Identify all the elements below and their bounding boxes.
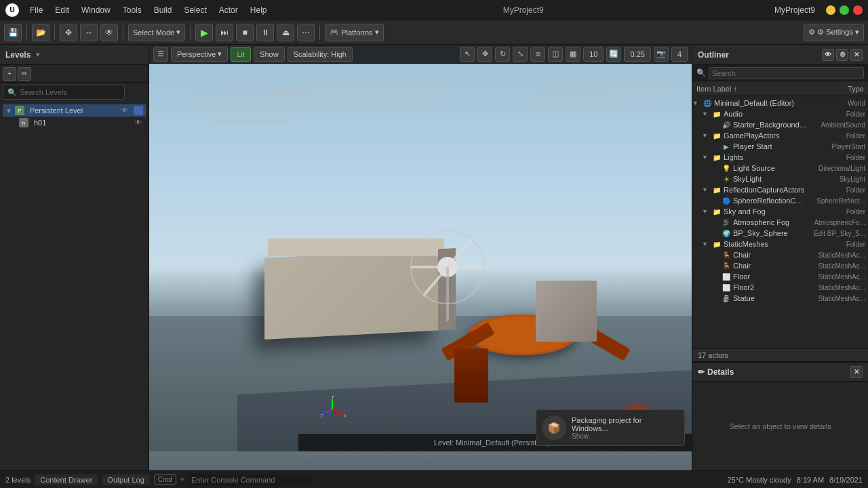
menu-select[interactable]: Select [178,4,212,16]
console-input[interactable] [189,474,311,486]
save-button[interactable]: 💾 [4,24,22,41]
tree-node-type: SkyLight [807,176,868,183]
stop-button[interactable]: ■ [236,24,254,41]
window-title: MyProject9 [503,5,544,15]
tree-item[interactable]: ▼ 📁 ReflectionCaptureActors Folder [692,184,868,195]
outliner-controls: 👁 ⚙ ✕ [822,49,863,61]
menu-window[interactable]: Window [76,4,116,16]
tree-node-icon: 📁 [711,109,722,119]
translate-button[interactable]: ✥ [477,47,492,62]
project-name: MyProject9 [774,5,815,15]
menu-help[interactable]: Help [245,4,273,16]
tree-node-icon: 🗿 [721,293,732,303]
level-item-persistent[interactable]: ▼ P Persistent Level 👁 [3,104,146,117]
grid-button[interactable]: ▦ [566,47,580,62]
level-visibility-persistent[interactable]: 👁 [121,106,130,115]
tree-item[interactable]: ▼ 📁 Sky and Fog Folder [692,206,868,217]
output-log-tab[interactable]: Output Log [102,474,149,485]
tree-arrow: ▼ [702,154,711,161]
tree-node-type: Folder [807,154,868,161]
local-button[interactable]: ⧈ [530,47,545,62]
perspective-label: Perspective [177,50,216,58]
close-button[interactable] [853,5,863,15]
tree-item[interactable]: 🔵 SphereReflectionCapture10 SphereReflec… [692,195,868,206]
move-button[interactable]: ↔ [80,24,98,41]
skip-forward-button[interactable]: ⏭ [216,24,233,41]
outliner-search-input[interactable] [709,67,864,79]
viewport-menu-button[interactable]: ☰ [153,47,168,62]
menu-tools[interactable]: Tools [117,4,147,16]
settings-button[interactable]: ⚙ ⚙ Settings ▾ [804,24,864,41]
dots-button[interactable]: ⋯ [297,24,315,41]
menu-build[interactable]: Build [149,4,178,16]
new-button[interactable]: 📂 [32,24,50,41]
surface-button[interactable]: ◫ [548,47,563,62]
tree-item[interactable]: ▼ 📁 Lights Folder [692,152,868,163]
tree-node-icon: 🪑 [721,261,732,270]
tree-node-type: World [807,100,868,107]
tree-item[interactable]: 🪑 Chair StaticMeshAc... [692,249,868,260]
levels-title: Levels [5,50,31,60]
tree-item[interactable]: ▼ 📁 StaticMeshes Folder [692,239,868,249]
rotate-button[interactable]: ↻ [495,47,510,62]
outliner-settings-button[interactable]: ⚙ [836,49,848,61]
tree-item[interactable]: ⬜ Floor StaticMeshAc... [692,271,868,282]
viewport[interactable]: ☰ Perspective ▾ Lit Show Scalability: Hi… [149,45,692,470]
view-button[interactable]: 👁 [100,24,118,41]
levels-search-bar: 🔍 Search Levels [3,85,125,100]
tree-item[interactable]: 🪑 Chair StaticMeshAc... [692,260,868,271]
tree-node-label: Audio [724,110,807,118]
show-button[interactable]: Show [254,47,285,62]
platforms-button[interactable]: 🎮 Platforms ▾ [325,24,383,41]
tree-item[interactable]: ▼ 📁 Audio Folder [692,108,868,119]
details-close-button[interactable]: ✕ [850,366,863,378]
res-value[interactable]: 4 [671,47,688,62]
menu-actor[interactable]: Actor [214,4,243,16]
snap-value[interactable]: 0.25 [624,47,650,62]
tree-node-type: StaticMeshAc... [807,284,868,291]
outliner-eye-button[interactable]: 👁 [822,49,834,61]
eject-button[interactable]: ⏏ [277,24,294,41]
tree-node-icon: 🔵 [721,196,732,205]
tree-item[interactable]: ▶ Player Start PlayerStart [692,141,868,152]
scale-button[interactable]: ⤡ [513,47,528,62]
level-label-persistent: Persistent Level [30,106,83,115]
level-item-h01[interactable]: h h01 👁 [3,117,146,129]
tree-item[interactable]: 🗿 Statue StaticMeshAc... [692,293,868,304]
play-button[interactable]: ▶ [195,24,213,41]
tree-node-type: StaticMeshAc... [807,273,868,281]
packaging-sub[interactable]: Show... [572,432,679,440]
tree-item[interactable]: ☀ SkyLight SkyLight [692,174,868,184]
transform-button[interactable]: ✥ [60,24,77,41]
menu-file[interactable]: File [24,4,48,16]
tree-item[interactable]: 🌫 Atmospheric Fog AtmosphericFo... [692,217,868,228]
levels-add-button[interactable]: + [3,67,16,81]
level-icon-persistent: P [15,106,24,115]
outliner-close-button[interactable]: ✕ [850,49,863,61]
tree-item[interactable]: ▼ 🌐 Minimal_Default (Editor) World [692,98,868,108]
tree-item[interactable]: ▼ 📁 GamePlayActors Folder [692,130,868,141]
level-visibility-h01[interactable]: 👁 [135,119,143,127]
tree-item[interactable]: ⬜ Floor2 StaticMeshAc... [692,282,868,293]
scalability-button[interactable]: Scalability: High [288,47,353,62]
statusbar: 2 levels Content Drawer Output Log Cmd ▾… [0,470,868,488]
levels-pencil-button[interactable]: ✏ [18,67,31,81]
fov-value[interactable]: 10 [583,47,604,62]
pause-button[interactable]: ⏸ [256,24,274,41]
select-mode-button[interactable]: Select Mode ▾ [128,24,185,41]
lit-button[interactable]: Lit [231,47,251,62]
menu-edit[interactable]: Edit [50,4,75,16]
packaging-message: Packaging project for Windows... [572,416,679,432]
outliner-col-item[interactable]: Item Label ↑ [696,85,803,93]
tree-item[interactable]: 🌍 BP_Sky_Sphere Edit BP_Sky_S... [692,228,868,239]
cursor-button[interactable]: ↖ [460,47,475,62]
perspective-button[interactable]: Perspective ▾ [171,47,228,62]
tree-item[interactable]: 🔊 Starter_Background_Cue AmbientSound [692,119,868,130]
tree-node-label: Floor2 [733,283,807,291]
tree-node-label: Sky and Fog [724,207,807,216]
snap-label: 0.25 [630,50,644,58]
tree-item[interactable]: 💡 Light Source DirectionalLight [692,163,868,174]
maximize-button[interactable] [840,5,849,15]
minimize-button[interactable] [826,5,835,15]
content-drawer-tab[interactable]: Content Drawer [35,474,98,485]
